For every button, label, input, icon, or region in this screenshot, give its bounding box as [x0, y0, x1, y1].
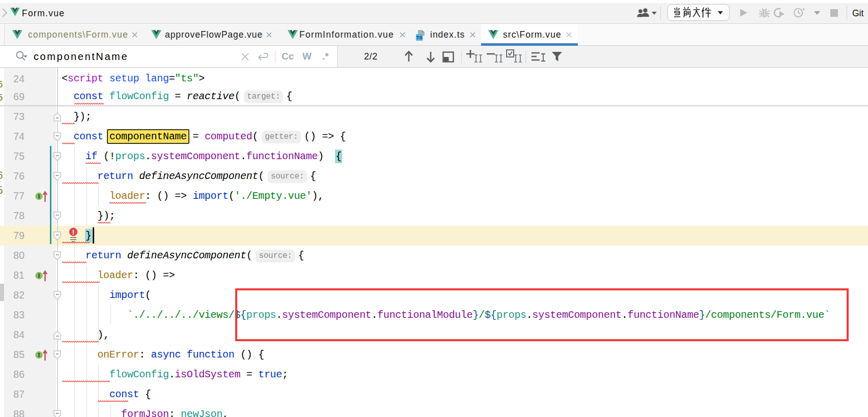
svg-text:!: ! — [72, 228, 74, 236]
svg-text:I: I — [38, 272, 40, 279]
svg-text:TS: TS — [416, 35, 423, 40]
svg-text:I: I — [38, 193, 40, 200]
svg-text:I: I — [38, 351, 40, 359]
